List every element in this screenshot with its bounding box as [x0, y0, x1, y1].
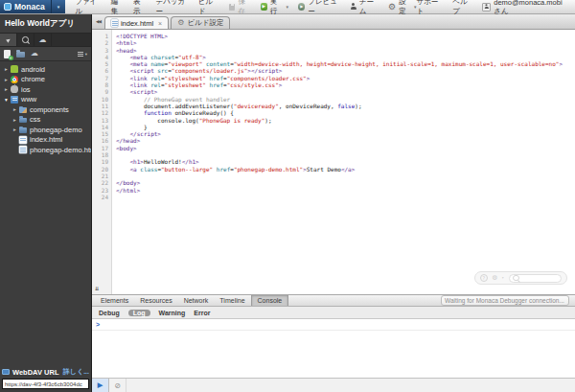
expand-arrow-icon[interactable]: ▸	[12, 127, 18, 132]
sidebar-panel-tabs: ☁	[0, 33, 91, 47]
tab-timeline[interactable]: Timeline	[214, 295, 250, 306]
team-icon	[350, 3, 356, 11]
save-icon	[229, 4, 235, 11]
webdav-section: WebDAV URL 詳しく... https://dav-4f3-4f3c6c…	[2, 367, 89, 389]
tab-label: ビルド設定	[187, 18, 223, 28]
pin-down-button[interactable]: ⇊	[95, 286, 99, 292]
code-lines[interactable]: <!DOCTYPE HTML><html><head> <meta charse…	[116, 33, 575, 200]
tab-console[interactable]: Console	[251, 295, 289, 306]
code-line[interactable]: <script src="components/loader.js"></scr…	[116, 67, 575, 74]
tree-item-chrome[interactable]: ▸chrome	[0, 75, 91, 85]
tree-item-phonegap-demo.html[interactable]: phonegap-demo.html	[0, 145, 91, 155]
editor-search-input[interactable]	[509, 274, 562, 283]
tree-item-www[interactable]: ▾www	[0, 95, 91, 105]
expand-arrow-icon[interactable]: ▸	[3, 86, 10, 92]
android-icon	[11, 65, 18, 73]
code-line[interactable]: </script>	[116, 130, 575, 137]
code-line[interactable]: </body>	[116, 179, 575, 186]
expand-arrow-icon[interactable]: ▸	[3, 77, 10, 82]
webdav-details-link[interactable]: 詳しく...	[63, 367, 89, 377]
code-line[interactable]: <script>	[116, 88, 575, 95]
components-folder-icon	[19, 105, 27, 113]
editor-settings-icon[interactable]: ⚙	[493, 274, 497, 282]
code-line[interactable]: document.addEventListener("deviceready",…	[116, 103, 575, 109]
file-tree: ▸android▸chrome▸ios▾www▸components▸css▸p…	[0, 61, 91, 155]
tab-search[interactable]	[17, 34, 34, 46]
editor-controls: ? ⚙ ▾	[474, 271, 567, 285]
tab-cloud[interactable]: ☁	[34, 34, 52, 46]
tab-index-html[interactable]: index.html ×	[104, 16, 169, 29]
console-output[interactable]: >	[92, 319, 575, 378]
folder-icon	[19, 116, 27, 124]
tab-elements[interactable]: Elements	[95, 295, 134, 306]
webdav-label: WebDAV URL	[12, 368, 58, 377]
tree-item-label: index.html	[30, 135, 62, 144]
tab-network[interactable]: Network	[178, 295, 215, 306]
code-line[interactable]	[116, 173, 575, 179]
code-line[interactable]: console.log("PhoneGap is ready");	[116, 117, 575, 124]
code-line[interactable]: </head>	[116, 137, 575, 144]
webdav-url-field[interactable]: https://dav-4f3-4f3c6cb3004dc	[2, 379, 89, 389]
tab-file-explorer[interactable]	[0, 34, 17, 46]
code-line[interactable]: <head>	[116, 47, 575, 54]
tree-item-label: ios	[21, 85, 31, 94]
html-file-icon	[111, 19, 118, 27]
tree-item-ios[interactable]: ▸ios	[0, 84, 91, 95]
expand-arrow-icon[interactable]: ▸	[3, 66, 10, 72]
new-folder-button[interactable]	[16, 52, 25, 58]
tab-resources[interactable]: Resources	[134, 295, 177, 306]
code-line[interactable]	[116, 194, 575, 200]
code-editor[interactable]: 123456789101112131415161718192021222324 …	[92, 30, 575, 294]
collapse-sidebar-button[interactable]: ◀◀	[94, 19, 104, 24]
logo-dropdown-button[interactable]: ▾	[51, 0, 66, 13]
close-icon[interactable]: ×	[158, 20, 162, 27]
expand-arrow-icon[interactable]: ▸	[12, 117, 18, 123]
code-line[interactable]: function onDeviceReady() {	[116, 109, 575, 116]
tree-item-label: components	[30, 105, 69, 114]
level-error[interactable]: Error	[194, 310, 210, 316]
toggle-console-button[interactable]: ▶	[92, 379, 109, 392]
code-line[interactable]: <h1>HelloWorld!</h1>	[116, 158, 575, 165]
level-log[interactable]: Log	[128, 310, 150, 316]
debugger-connection-select[interactable]: Waiting for Monaca Debugger connection..…	[441, 295, 569, 306]
level-warning[interactable]: Warning	[159, 310, 186, 316]
code-line[interactable]: <body>	[116, 145, 575, 151]
upload-button[interactable]: ☁	[31, 50, 38, 58]
code-line[interactable]: </html>	[116, 187, 575, 194]
code-line[interactable]: <a class="button--large" href="phonegap-…	[116, 166, 575, 173]
monaca-logo-icon	[4, 3, 12, 11]
tree-options-button[interactable]: ▾	[78, 52, 87, 57]
chevron-down-icon: ▾	[502, 274, 504, 281]
clear-console-button[interactable]: ⊘	[109, 379, 126, 392]
console-prompt-icon: >	[96, 321, 100, 328]
tree-item-label: phonegap-demo.html	[30, 146, 98, 154]
code-line[interactable]: <!DOCTYPE HTML>	[116, 33, 575, 39]
run-dropdown-icon[interactable]: ▾	[287, 4, 289, 10]
code-line[interactable]: <meta name="viewport" content="width=dev…	[116, 60, 575, 67]
gear-icon: ⚙	[388, 3, 396, 12]
user-avatar-icon	[482, 3, 491, 12]
tree-item-index.html[interactable]: index.html	[0, 135, 91, 146]
tree-item-label: chrome	[21, 75, 45, 83]
code-line[interactable]: // PhoneGap event handler	[116, 96, 575, 103]
tree-item-components[interactable]: ▸components	[0, 104, 91, 115]
tree-item-css[interactable]: ▸css	[0, 115, 91, 126]
tab-build-settings[interactable]: ⚙ ビルド設定	[171, 16, 230, 29]
code-line[interactable]: <html>	[116, 39, 575, 46]
chevron-down-icon: ▾	[58, 4, 60, 10]
expand-arrow-icon[interactable]: ▸	[12, 106, 18, 112]
new-file-button[interactable]	[4, 50, 11, 58]
code-line[interactable]: <link rel="stylesheet" href="components/…	[116, 75, 575, 81]
code-line[interactable]: }	[116, 124, 575, 130]
tree-item-phonegap-demo[interactable]: ▸phonegap-demo	[0, 125, 91, 135]
tree-item-android[interactable]: ▸android	[0, 64, 91, 75]
code-line[interactable]: <link rel="stylesheet" href="css/style.c…	[116, 81, 575, 88]
expand-arrow-icon[interactable]: ▾	[3, 97, 10, 103]
monaca-logo-block[interactable]: Monaca ▾	[0, 0, 65, 13]
help-icon[interactable]: ?	[480, 274, 488, 282]
code-line[interactable]: <meta charset="utf-8">	[116, 54, 575, 60]
level-debug[interactable]: Debug	[99, 310, 120, 316]
console-prompt-row[interactable]: >	[92, 319, 575, 331]
code-line[interactable]	[116, 151, 575, 158]
console-status-bar: ▶ ⊘	[92, 378, 575, 392]
